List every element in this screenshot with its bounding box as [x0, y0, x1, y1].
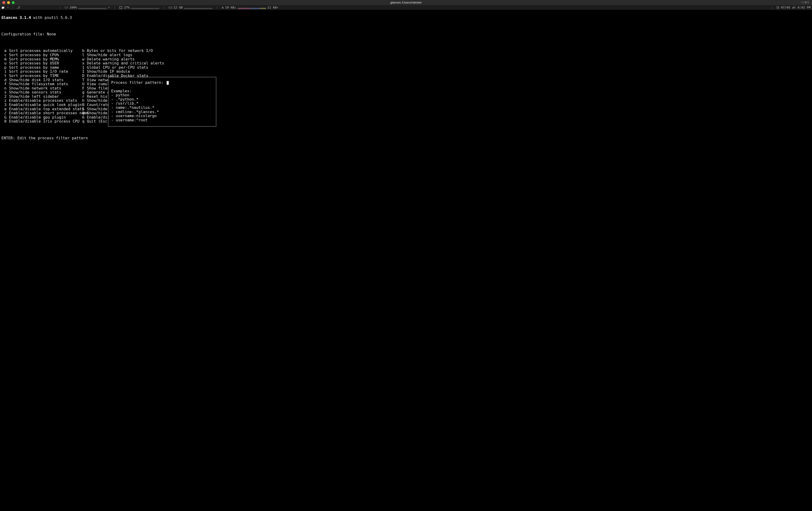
help-key: T: [79, 78, 87, 82]
help-key: h: [79, 98, 87, 103]
statusbar-right: | 07/05 at 6:02 PM: [770, 6, 811, 9]
help-row: sShow/hide sensors stats: [1, 90, 79, 94]
charge-icon: ⚡: [108, 6, 110, 9]
help-key: B: [79, 103, 87, 107]
close-icon[interactable]: [2, 1, 5, 4]
help-row: /Enable/disable short processes name: [1, 111, 79, 115]
help-key: d: [1, 78, 9, 82]
help-key: t: [1, 74, 9, 78]
help-key: 6: [79, 115, 87, 119]
svg-rect-2: [120, 6, 122, 9]
help-desc: Delete warning and critical alerts: [87, 61, 164, 65]
help-desc: Enable/disable gpu plugin: [9, 115, 66, 119]
statusbar: ~ | ⎇ | 100% ⚡ | 27% | 12 GB | ⇅ 19 kB↓ …: [0, 5, 812, 10]
folder-icon: [1, 6, 6, 9]
battery-group: 100% ⚡: [65, 6, 110, 9]
zoom-icon[interactable]: [12, 1, 14, 4]
help-key: u: [1, 61, 9, 65]
help-row: 0Enable/disable Irix process CPU: [1, 119, 79, 123]
help-row: bBytes or bits for network I/O: [79, 49, 166, 53]
help-row: lShow/hide alert logs: [79, 53, 166, 57]
mem-group: 12 GB: [169, 6, 212, 9]
example-item: - .*python.*: [111, 97, 213, 102]
help-row: cSort processes by CPU%: [1, 53, 79, 57]
help-row: fShow/hide filesystem stats: [1, 82, 79, 86]
example-item: - cmdline:.*glances.*: [111, 110, 213, 114]
net-group: ⇅ 19 kB↓ 11 kB↑: [222, 6, 279, 9]
separator: |: [770, 6, 775, 9]
help-key: l: [79, 53, 87, 57]
help-key: b: [79, 49, 87, 53]
cwd: ~: [7, 6, 9, 9]
minimize-icon[interactable]: [7, 1, 10, 4]
help-desc: Sort processes by MEM%: [9, 57, 59, 61]
branch-icon: ⎇: [17, 6, 20, 9]
filter-input[interactable]: [166, 80, 169, 85]
help-desc: Enable/disable processes stats: [9, 98, 77, 103]
popup-prompt-row: Process filter pattern:: [111, 81, 213, 85]
help-desc: Enable/disable quick look plugin: [9, 103, 82, 107]
filter-prompt-label: Process filter pattern:: [111, 80, 164, 85]
window-titlebar: glances /Users/rdecker ⌥⌘5: [0, 0, 812, 5]
example-item: - username:^root: [111, 118, 213, 122]
help-key: 1: [79, 65, 87, 70]
help-desc: Enable/disable Irix process CPU: [9, 119, 80, 123]
help-desc: Show/hide left sidebar: [9, 94, 59, 99]
net-down: 19 kB↓: [225, 6, 236, 9]
help-row: eEnable/disable top extended stats: [1, 107, 79, 111]
svg-rect-3: [169, 7, 172, 8]
help-row: 1Global CPU or per-CPU stats: [79, 65, 166, 70]
help-desc: Show/hide disk I/O stats: [9, 78, 63, 82]
separator: |: [10, 6, 15, 9]
help-key: z: [1, 98, 9, 103]
example-item: - /usr/lib.*: [111, 101, 213, 106]
help-row: xDelete warning and critical alerts: [79, 61, 166, 65]
help-key: x: [79, 61, 87, 65]
separator: |: [112, 6, 117, 9]
window-right-hint: ⌥⌘5: [801, 1, 812, 4]
help-key: D: [79, 74, 87, 78]
cpu-icon: [119, 6, 122, 9]
help-desc: Delete warning alerts: [87, 57, 135, 61]
help-desc: Count/rate: [87, 103, 110, 107]
examples-label: Examples:: [111, 89, 213, 93]
help-left-col: aSort processes automaticallycSort proce…: [1, 49, 79, 123]
help-key: 2: [1, 94, 9, 99]
help-key: f: [1, 82, 9, 86]
help-key: g: [79, 90, 87, 94]
help-key: c: [1, 53, 9, 57]
examples-list: - python- .*python.*- /usr/lib.*- name:.…: [111, 93, 213, 122]
help-key: a: [1, 49, 9, 53]
help-desc: Sort processes by TIME: [9, 74, 59, 78]
help-key: 5: [79, 107, 87, 111]
example-item: - name:.*nautilus.*: [111, 106, 213, 110]
help-key: F: [79, 86, 87, 90]
help-row: 3Enable/disable quick look plugin: [1, 103, 79, 107]
example-item: - python: [111, 93, 213, 97]
separator: |: [215, 6, 220, 9]
separator: |: [162, 6, 166, 9]
net-up: 11 kB↑: [267, 6, 279, 9]
net-icon: ⇅: [222, 6, 224, 9]
help-desc: Bytes or bits for network I/O: [87, 49, 153, 53]
help-desc: Show/hide filesystem stats: [9, 82, 68, 86]
help-desc: Enable/disable short processes name: [9, 111, 88, 115]
help-key: Q: [79, 111, 87, 115]
svg-rect-1: [67, 7, 68, 8]
help-key: e: [1, 107, 9, 111]
help-key: r: [79, 94, 87, 99]
help-key: 3: [1, 103, 9, 107]
help-key: G: [1, 115, 9, 119]
cursor-icon: [167, 81, 169, 85]
help-row: nShow/hide network stats: [1, 86, 79, 90]
spark-mem: [184, 6, 212, 9]
help-desc: Global CPU or per-CPU stats: [87, 65, 148, 70]
traffic-lights: [0, 1, 14, 4]
spark-cpu: [131, 6, 159, 9]
cpu-value: 27%: [124, 6, 129, 9]
app-title: Glances 3.1.4: [1, 16, 31, 20]
help-desc: Sort processes by CPU%: [9, 53, 59, 57]
help-row: uSort processes by USER: [1, 61, 79, 65]
help-key: 0: [1, 119, 9, 123]
help-row: zEnable/disable processes stats: [1, 98, 79, 103]
